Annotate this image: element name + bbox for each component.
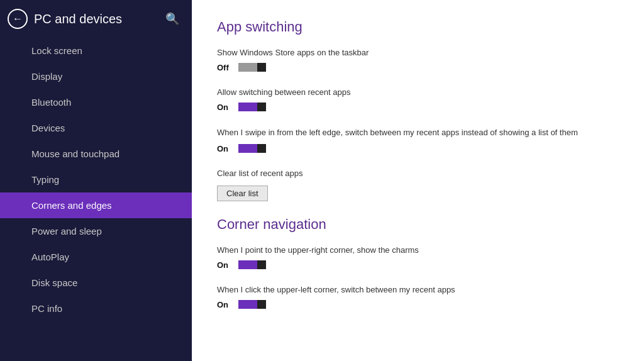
toggle-thumb-upper-left <box>257 300 266 309</box>
section1-title: App switching <box>217 19 619 35</box>
section2-title: Corner navigation <box>217 216 619 233</box>
back-button[interactable]: ← <box>8 9 28 29</box>
setting-swipe-left-label: When I swipe in from the left edge, swit… <box>217 127 619 138</box>
toggle-thumb-show-taskbar <box>257 63 266 72</box>
toggle-allow-switching[interactable] <box>238 101 266 113</box>
setting-upper-right: When I point to the upper-right corner, … <box>217 245 619 271</box>
sidebar-item-disk-space[interactable]: Disk space <box>0 270 192 296</box>
setting-upper-right-label: When I point to the upper-right corner, … <box>217 245 619 255</box>
toggle-thumb-upper-right <box>257 260 266 269</box>
sidebar-item-autoplay[interactable]: AutoPlay <box>0 244 192 270</box>
toggle-track-show-taskbar <box>238 63 266 72</box>
search-icon-btn[interactable]: 🔍 <box>163 9 182 28</box>
sidebar-nav: Lock screenDisplayBluetoothDevicesMouse … <box>0 38 192 361</box>
sidebar-item-bluetooth[interactable]: Bluetooth <box>0 89 192 115</box>
sidebar-header: ← PC and devices 🔍 <box>0 0 192 38</box>
toggle-track-swipe-left <box>238 144 266 153</box>
toggle-track-upper-right <box>238 260 266 269</box>
sidebar-item-corners-edges[interactable]: Corners and edges <box>0 192 192 218</box>
setting-allow-switching-label: Allow switching between recent apps <box>217 87 619 97</box>
setting-clear-list: Clear list of recent apps Clear list <box>217 169 619 201</box>
setting-upper-right-state: On <box>217 260 231 270</box>
toggle-upper-right[interactable] <box>238 258 266 271</box>
sidebar-item-lock-screen[interactable]: Lock screen <box>0 38 192 64</box>
setting-clear-list-label: Clear list of recent apps <box>217 169 619 178</box>
sidebar-item-typing[interactable]: Typing <box>0 167 192 192</box>
setting-upper-left-label: When I click the upper-left corner, swit… <box>217 285 619 294</box>
sidebar-item-devices[interactable]: Devices <box>0 115 192 141</box>
setting-show-taskbar-label: Show Windows Store apps on the taskbar <box>217 48 619 57</box>
sidebar-title: PC and devices <box>34 12 157 26</box>
toggle-swipe-left[interactable] <box>238 142 266 155</box>
toggle-upper-left[interactable] <box>238 298 266 311</box>
setting-upper-left: When I click the upper-left corner, swit… <box>217 285 619 311</box>
back-icon: ← <box>13 14 23 24</box>
setting-show-taskbar-state: Off <box>217 63 231 72</box>
sidebar-item-display[interactable]: Display <box>0 64 192 89</box>
setting-swipe-left-state: On <box>217 144 231 153</box>
toggle-thumb-swipe-left <box>257 144 266 153</box>
setting-allow-switching: Allow switching between recent apps On <box>217 87 619 113</box>
sidebar-item-power-sleep[interactable]: Power and sleep <box>0 218 192 244</box>
toggle-show-taskbar[interactable] <box>238 61 266 74</box>
setting-upper-left-state: On <box>217 300 231 309</box>
main-content: App switching Show Windows Store apps on… <box>192 0 644 361</box>
setting-show-taskbar: Show Windows Store apps on the taskbar O… <box>217 48 619 74</box>
sidebar-item-mouse-touchpad[interactable]: Mouse and touchpad <box>0 141 192 167</box>
setting-allow-switching-state: On <box>217 103 231 112</box>
clear-list-button[interactable]: Clear list <box>217 186 268 201</box>
setting-swipe-left: When I swipe in from the left edge, swit… <box>217 127 619 155</box>
toggle-thumb-allow-switching <box>257 103 266 111</box>
sidebar: ← PC and devices 🔍 Lock screenDisplayBlu… <box>0 0 192 361</box>
sidebar-item-pc-info[interactable]: PC info <box>0 296 192 321</box>
toggle-track-allow-switching <box>238 103 266 111</box>
toggle-track-upper-left <box>238 300 266 309</box>
